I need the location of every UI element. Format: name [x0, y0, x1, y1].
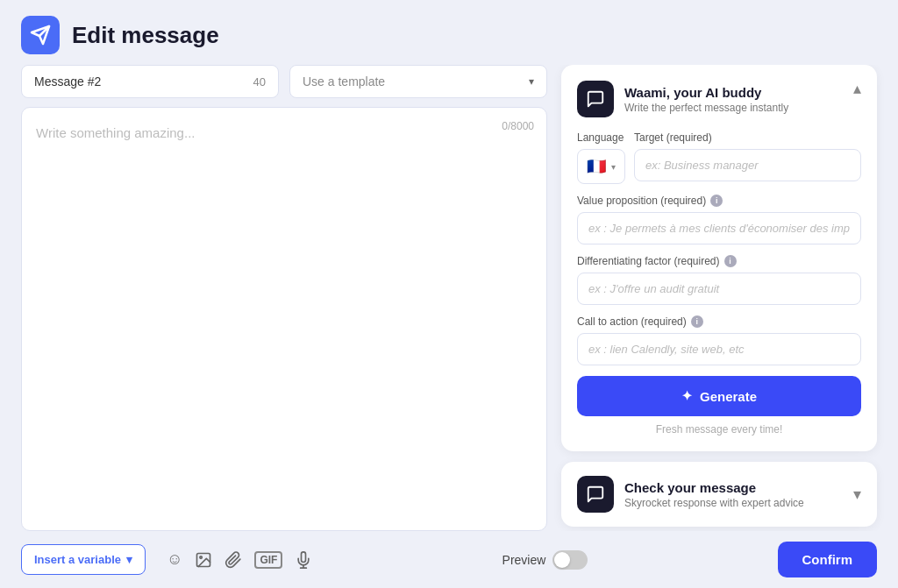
flag-icon: 🇫🇷 [587, 157, 606, 176]
attachment-icon[interactable] [224, 551, 242, 569]
message-label: Message #2 [34, 74, 101, 89]
collapse-button[interactable]: ▴ [853, 81, 861, 96]
generate-button[interactable]: ✦ Generate [577, 376, 861, 416]
template-dropdown[interactable]: Use a template ▾ [289, 65, 547, 98]
confirm-label: Confirm [802, 552, 853, 567]
mic-icon[interactable] [295, 551, 312, 569]
cta-group: Call to action (required) i [577, 315, 861, 365]
right-panel: Waami, your AI buddy Write the perfect m… [561, 65, 877, 531]
check-icon-box [577, 476, 614, 513]
generate-label: Generate [700, 389, 757, 404]
check-card-title: Check your message [624, 480, 804, 495]
emoji-icon[interactable]: ☺ [167, 550, 182, 569]
value-label: Value proposition (required) i [577, 195, 861, 207]
ai-card-info: Waami, your AI buddy Write the perfect m… [624, 85, 788, 114]
left-panel: Message #2 40 Use a template ▾ 0/8000 Wr… [21, 65, 547, 531]
value-input[interactable] [577, 212, 861, 244]
diff-info-icon[interactable]: i [724, 255, 737, 267]
gif-icon[interactable]: GIF [254, 551, 282, 569]
cta-label: Call to action (required) i [577, 315, 861, 328]
insert-variable-button[interactable]: Insert a variable ▾ [21, 544, 146, 575]
page-title: Edit message [72, 22, 219, 49]
char-count: 0/8000 [502, 120, 534, 132]
diff-label: Differentiating factor (required) i [577, 255, 861, 267]
message-count: 40 [253, 75, 266, 89]
ai-card-title: Waami, your AI buddy [624, 85, 788, 100]
message-editor[interactable]: 0/8000 Write something amazing... [21, 107, 547, 531]
check-card-subtitle: Skyrocket response with expert advice [624, 497, 804, 509]
cta-info-icon[interactable]: i [691, 315, 703, 328]
app-icon [21, 16, 60, 54]
editor-placeholder: Write something amazing... [36, 125, 532, 140]
image-icon[interactable] [195, 551, 212, 569]
ai-card-subtitle: Write the perfect message instantly [624, 102, 788, 114]
lang-chevron-icon: ▾ [611, 162, 616, 172]
check-card-info: Check your message Skyrocket response wi… [624, 480, 804, 509]
ai-card-header: Waami, your AI buddy Write the perfect m… [577, 81, 861, 117]
generate-star-icon: ✦ [681, 388, 693, 404]
message-label-box: Message #2 40 [21, 65, 279, 98]
language-select[interactable]: 🇫🇷 ▾ [577, 149, 625, 184]
toolbar-icons: ☺ GIF [167, 550, 312, 569]
check-card: Check your message Skyrocket response wi… [561, 462, 877, 527]
check-card-left: Check your message Skyrocket response wi… [577, 476, 804, 513]
diff-group: Differentiating factor (required) i [577, 255, 861, 305]
expand-button[interactable]: ▾ [853, 485, 861, 504]
top-bar: Message #2 40 Use a template ▾ [21, 65, 547, 98]
cta-input[interactable] [577, 333, 861, 365]
footer-left: Insert a variable ▾ ☺ GIF [21, 544, 312, 575]
language-group: Language 🇫🇷 ▾ Target (required) [577, 131, 861, 184]
chevron-down-icon: ▾ [529, 75, 534, 88]
target-input[interactable] [634, 149, 861, 181]
ai-card-header-left: Waami, your AI buddy Write the perfect m… [577, 81, 788, 117]
value-info-icon[interactable]: i [710, 195, 723, 207]
generate-hint: Fresh message every time! [577, 423, 861, 436]
language-label: Language [577, 131, 625, 144]
value-group: Value proposition (required) i [577, 195, 861, 244]
footer: Insert a variable ▾ ☺ GIF [0, 531, 898, 588]
preview-row: Preview [312, 550, 777, 570]
ai-card: Waami, your AI buddy Write the perfect m… [561, 65, 877, 451]
confirm-button[interactable]: Confirm [778, 542, 878, 577]
waami-icon-box [577, 81, 614, 117]
preview-label: Preview [502, 553, 546, 567]
diff-input[interactable] [577, 273, 861, 305]
preview-toggle[interactable] [552, 550, 588, 570]
svg-point-3 [200, 556, 203, 558]
insert-chevron-icon: ▾ [126, 553, 132, 566]
target-label: Target (required) [634, 131, 861, 144]
template-placeholder: Use a template [303, 74, 385, 89]
insert-variable-label: Insert a variable [34, 553, 121, 566]
